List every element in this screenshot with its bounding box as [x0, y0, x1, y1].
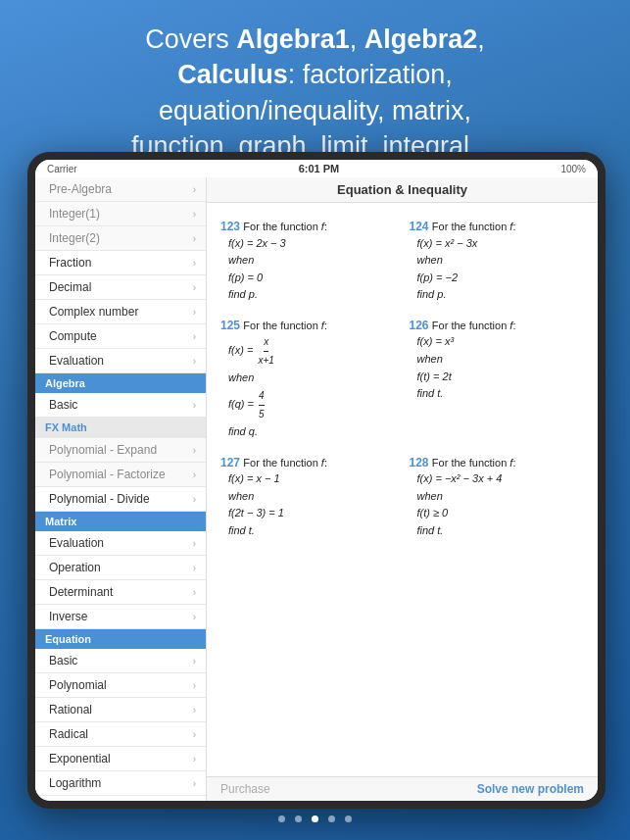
- header-text: Covers Algebra1, Algebra2, Calculus: fac…: [29, 22, 601, 165]
- problem-126-expr: f(x) = x³: [417, 333, 585, 351]
- problem-125-cond: f(q) = 45: [228, 387, 396, 423]
- sidebar-item-operation-matrix[interactable]: Operation ›: [35, 556, 206, 580]
- problem-125: 125 For the function f: f(x) = xx+1 when…: [217, 314, 400, 445]
- problem-126-intro: For the function f:: [432, 320, 516, 331]
- problem-127: 127 For the function f: f(x) = x − 1 whe…: [217, 451, 400, 544]
- problem-123-expr: f(x) = 2x − 3: [228, 235, 396, 253]
- problem-128-find: find t.: [417, 522, 585, 540]
- problem-123: 123 For the function f: f(x) = 2x − 3 wh…: [217, 215, 400, 308]
- sidebar-item-basic-alg[interactable]: Basic ›: [35, 393, 206, 418]
- problem-126-cond: f(t) = 2t: [417, 369, 585, 386]
- ipad-screen: Carrier 6:01 PM 100% Pre-Algebra › Integ…: [35, 160, 598, 801]
- solve-button[interactable]: Solve new problem: [477, 782, 584, 796]
- header-section: Covers Algebra1, Algebra2, Calculus: fac…: [0, 0, 630, 174]
- time-label: 6:01 PM: [299, 163, 340, 174]
- problem-128-number: 128: [410, 456, 432, 469]
- problem-125-when: when: [228, 370, 396, 387]
- sidebar-item-evaluation-pre[interactable]: Evaluation ›: [35, 349, 206, 373]
- problem-124: 124 For the function f: f(x) = x² − 3x w…: [406, 215, 589, 308]
- sidebar-item-complex[interactable]: Complex number ›: [35, 300, 206, 324]
- section-header-algebra: Algebra: [35, 373, 206, 393]
- problem-125-number: 125: [220, 319, 243, 332]
- sidebar-item-inverse-matrix[interactable]: Inverse ›: [35, 605, 206, 629]
- problem-123-intro: For the function f:: [243, 221, 327, 232]
- content-panel: Equation & Inequality 123 For the functi…: [207, 177, 598, 801]
- sidebar-item-logarithm[interactable]: Logarithm ›: [35, 771, 206, 796]
- problem-127-number: 127: [220, 456, 243, 469]
- content-body[interactable]: 123 For the function f: f(x) = 2x − 3 wh…: [207, 203, 598, 776]
- problem-125-intro: For the function f:: [243, 320, 327, 331]
- problem-123-find: find p.: [228, 286, 396, 304]
- problem-124-intro: For the function f:: [432, 221, 516, 232]
- problem-124-find: find p.: [417, 286, 585, 304]
- problem-126-when: when: [417, 351, 585, 369]
- main-area: Pre-Algebra › Integer(1) › Integer(2) › …: [35, 177, 598, 801]
- problem-128-when: when: [417, 488, 585, 506]
- nav-dot-5[interactable]: [345, 815, 352, 822]
- problem-124-cond: f(p) = −2: [417, 270, 585, 287]
- battery-label: 100%: [560, 164, 586, 174]
- nav-dot-3[interactable]: [312, 815, 318, 822]
- nav-dots: [0, 815, 630, 822]
- sidebar-item-poly-factorize[interactable]: Polynomial - Factorize ›: [35, 463, 206, 487]
- sidebar-item-decimal[interactable]: Decimal ›: [35, 275, 206, 300]
- problem-126: 126 For the function f: f(x) = x³ when f…: [406, 314, 589, 445]
- purchase-button[interactable]: Purchase: [220, 782, 270, 796]
- ipad-frame: Carrier 6:01 PM 100% Pre-Algebra › Integ…: [27, 152, 606, 809]
- sidebar-item-poly-expand[interactable]: Polynomial - Expand ›: [35, 438, 206, 463]
- nav-dot-4[interactable]: [328, 815, 335, 822]
- problem-126-number: 126: [410, 319, 432, 332]
- problem-128-intro: For the function f:: [432, 457, 516, 469]
- sidebar-item-fraction[interactable]: Fraction ›: [35, 251, 206, 275]
- problem-128: 128 For the function f: f(x) = −x² − 3x …: [406, 451, 589, 544]
- sidebar-item-radical[interactable]: Radical ›: [35, 722, 206, 747]
- problem-127-expr: f(x) = x − 1: [228, 470, 396, 488]
- nav-dot-2[interactable]: [295, 815, 302, 822]
- problem-126-find: find t.: [417, 385, 585, 403]
- app-brand-row: FX Math: [35, 418, 206, 438]
- problem-127-find: find t.: [228, 522, 396, 540]
- sidebar-item-pre-algebra[interactable]: Pre-Algebra ›: [35, 177, 206, 202]
- problem-127-cond: f(2t − 3) = 1: [228, 505, 396, 522]
- sidebar-item-poly-divide[interactable]: Polynomial - Divide ›: [35, 487, 206, 512]
- bottom-bar: Purchase Solve new problem: [207, 776, 598, 801]
- sidebar-item-compute[interactable]: Compute ›: [35, 324, 206, 349]
- carrier-label: Carrier: [47, 164, 77, 174]
- problem-124-number: 124: [410, 220, 432, 233]
- sidebar-item-determinant[interactable]: Determinant ›: [35, 580, 206, 605]
- section-header-equation: Equation: [35, 629, 206, 649]
- problem-128-cond: f(t) ≥ 0: [417, 505, 585, 522]
- sidebar-item-exponential[interactable]: Exponential ›: [35, 747, 206, 771]
- problem-123-number: 123: [220, 220, 243, 233]
- problem-grid: 123 For the function f: f(x) = 2x − 3 wh…: [217, 211, 588, 547]
- sidebar-item-basic-eq[interactable]: Basic ›: [35, 649, 206, 673]
- content-header: Equation & Inequality: [207, 177, 598, 203]
- problem-125-find: find q.: [228, 423, 396, 441]
- problem-125-expr: f(x) = xx+1: [228, 333, 396, 370]
- sidebar-item-integer1[interactable]: Integer(1) ›: [35, 202, 206, 226]
- problem-124-expr: f(x) = x² − 3x: [417, 235, 585, 253]
- sidebar-item-integer2[interactable]: Integer(2) ›: [35, 226, 206, 251]
- sidebar-item-poly-eq[interactable]: Polynomial ›: [35, 673, 206, 698]
- problem-123-when: when: [228, 252, 396, 270]
- problem-123-cond: f(p) = 0: [228, 270, 396, 287]
- nav-dot-1[interactable]: [278, 815, 285, 822]
- section-header-matrix: Matrix: [35, 512, 206, 531]
- problem-127-intro: For the function f:: [243, 457, 327, 469]
- problem-124-when: when: [417, 252, 585, 270]
- sidebar-item-system-eq[interactable]: System of equations ›: [35, 796, 206, 801]
- problem-127-when: when: [228, 488, 396, 506]
- sidebar-item-eval-matrix[interactable]: Evaluation ›: [35, 531, 206, 556]
- sidebar: Pre-Algebra › Integer(1) › Integer(2) › …: [35, 177, 207, 801]
- problem-128-expr: f(x) = −x² − 3x + 4: [417, 470, 585, 488]
- status-bar: Carrier 6:01 PM 100%: [35, 160, 598, 177]
- sidebar-item-rational[interactable]: Rational ›: [35, 698, 206, 722]
